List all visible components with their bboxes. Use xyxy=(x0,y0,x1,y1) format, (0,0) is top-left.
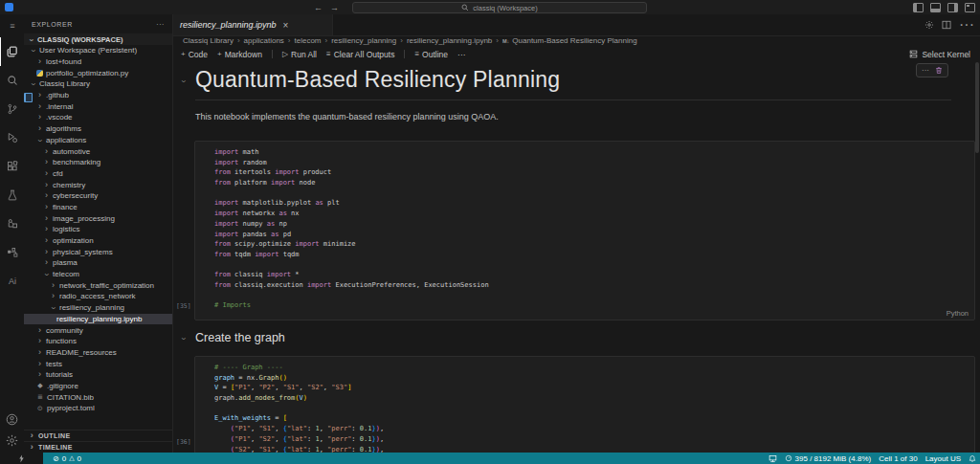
select-kernel-button[interactable]: Select Kernel xyxy=(909,46,970,62)
add-markdown-cell-button[interactable]: + Markdown xyxy=(217,50,262,59)
breadcrumb-item[interactable]: M↓Quantum-Based Resiliency Planning xyxy=(502,36,637,45)
tree-item-functions[interactable]: ›functions xyxy=(24,336,172,347)
tree-item-citation-bib[interactable]: ≣CITATION.bib xyxy=(24,391,172,403)
tree-item-community[interactable]: ›community xyxy=(24,324,172,336)
tree-item-portfolio-optimization-py[interactable]: portfolio_optimization.py xyxy=(24,67,172,78)
tree-item-cfd[interactable]: ›cfd xyxy=(24,168,172,180)
outline-panel-header[interactable]: › OUTLINE xyxy=(24,430,172,441)
command-center-search[interactable]: classiq (Workspace) xyxy=(352,2,647,13)
tree-item-user-workspace-persistent-[interactable]: ›User Workspace (Persistent) xyxy=(24,45,172,56)
breadcrumb-item[interactable]: Classiq Library xyxy=(183,36,234,45)
breadcrumb-separator-icon: › xyxy=(496,36,499,45)
tree-item-optimization[interactable]: ›optimization xyxy=(24,235,172,247)
tree-item-physical-systems[interactable]: ›physical_systems xyxy=(24,246,172,257)
tab-resiliency-planning[interactable]: resiliency_planning.ipynb × xyxy=(173,14,333,35)
collapse-title-icon[interactable]: › xyxy=(179,80,189,83)
tree-item-finance[interactable]: ›finance xyxy=(24,202,172,213)
clear-all-outputs-button[interactable]: ≡ Clear All Outputs xyxy=(326,50,394,59)
tree-item-readme-resources[interactable]: ›README_resources xyxy=(24,347,172,359)
tree-item-image-processing[interactable]: ›image_processing xyxy=(24,212,172,224)
notifications-bell-icon[interactable] xyxy=(969,454,976,463)
breadcrumb-item[interactable]: resiliency_planning xyxy=(331,36,396,45)
tree-item-benchmarking[interactable]: ›benchmarking xyxy=(24,157,172,168)
settings-gear-icon[interactable] xyxy=(6,434,18,447)
remote-host-icon[interactable] xyxy=(768,454,777,463)
extensions-icon[interactable] xyxy=(0,152,24,181)
memory-usage[interactable]: 395 / 8192 MiB (4.8%) xyxy=(785,454,872,463)
tree-item-label: functions xyxy=(46,337,77,345)
workspace-section[interactable]: › CLASSIQ (WORKSPACE) xyxy=(24,33,172,45)
tree-item-applications[interactable]: ›applications xyxy=(24,135,172,146)
tree-item-network-traffic-optimization[interactable]: ›network_traffic_optimization xyxy=(24,279,172,291)
problems-indicator[interactable]: ⊘ 0 △ 0 xyxy=(53,454,81,463)
containers-icon[interactable] xyxy=(0,238,24,267)
chevron-down-icon: › xyxy=(42,272,51,278)
close-tab-icon[interactable]: × xyxy=(283,20,289,31)
tree-item-resiliency-planning[interactable]: ›resiliency_planning xyxy=(24,302,172,314)
customize-layout-icon[interactable] xyxy=(965,3,975,12)
toolbar-more-icon[interactable]: ··· xyxy=(457,50,466,59)
execution-count: [36] xyxy=(176,438,191,446)
breadcrumb-item[interactable]: applications xyxy=(244,36,284,45)
tree-item-label: finance xyxy=(53,203,78,211)
python-file-icon xyxy=(36,70,43,77)
breadcrumb-item[interactable]: telecom xyxy=(295,36,322,45)
code-editor[interactable]: import mathimport randomfrom itertools i… xyxy=(195,142,974,311)
tree-item-label: optimization xyxy=(53,236,94,245)
quantum-apps-icon[interactable] xyxy=(0,210,24,238)
toggle-sidebar-icon[interactable] xyxy=(913,3,924,12)
outline-button[interactable]: ≡ Outline xyxy=(414,50,448,59)
keyboard-layout-indicator[interactable]: Layout US xyxy=(925,454,961,463)
cell-language-label[interactable]: Python xyxy=(947,309,969,318)
menu-icon[interactable]: ≡ xyxy=(0,14,24,37)
run-debug-icon[interactable] xyxy=(0,123,24,152)
collapse-section-icon[interactable]: › xyxy=(179,338,189,341)
toggle-secondary-sidebar-icon[interactable] xyxy=(947,3,958,12)
breadcrumb-item[interactable]: resiliency_planning.ipynb xyxy=(407,36,492,45)
breadcrumb-separator-icon: › xyxy=(288,36,291,45)
search-view-icon[interactable] xyxy=(0,66,24,95)
tree-item-automotive[interactable]: ›automotive xyxy=(24,145,172,157)
tree-item-tutorials[interactable]: ›tutorials xyxy=(24,369,172,381)
tree-item-tests[interactable]: ›tests xyxy=(24,358,172,369)
accounts-icon[interactable] xyxy=(6,413,18,426)
tree-item-classiq-library[interactable]: ›Classiq Library xyxy=(24,78,172,90)
tree-item--internal[interactable]: ›.internal xyxy=(24,100,172,112)
app-logo-icon[interactable] xyxy=(5,3,13,11)
tree-item-radio-access-network[interactable]: ›radio_access_network xyxy=(24,291,172,302)
split-editor-icon[interactable] xyxy=(942,20,951,30)
kernel-icon xyxy=(909,50,918,58)
notebook-settings-icon[interactable] xyxy=(924,20,934,30)
editor-more-actions-icon[interactable]: ··· xyxy=(959,16,974,33)
explorer-more-icon[interactable]: ··· xyxy=(156,21,165,28)
tree-item-logistics[interactable]: ›logistics xyxy=(24,224,172,235)
tree-item-chemistry[interactable]: ›chemistry xyxy=(24,179,172,190)
tree-item-algorithms[interactable]: ›algorithms xyxy=(24,123,172,135)
notebook-toolbar: + Code + Markdown ▷ Run All ≡ Clear All … xyxy=(173,46,980,63)
tree-item-pyproject-toml[interactable]: ⊙pyproject.toml xyxy=(24,403,172,414)
code-editor[interactable]: # ---- Graph ----graph = nx.Graph()V = [… xyxy=(195,357,974,453)
tree-item-cybersecurity[interactable]: ›cybersecurity xyxy=(24,190,172,202)
ai-icon[interactable]: Ai xyxy=(0,267,24,296)
timeline-panel-header[interactable]: › TIMELINE xyxy=(24,441,172,453)
run-all-button[interactable]: ▷ Run All xyxy=(282,50,317,59)
tree-item-plasma[interactable]: ›plasma xyxy=(24,257,172,269)
testing-icon[interactable] xyxy=(0,181,24,210)
cell-position-indicator[interactable]: Cell 1 of 30 xyxy=(879,454,917,463)
nav-back-icon[interactable]: ← xyxy=(314,3,323,12)
tree-item--github[interactable]: ›.github xyxy=(24,90,172,101)
explorer-icon[interactable] xyxy=(0,37,24,66)
source-control-icon[interactable] xyxy=(0,95,24,123)
tree-item-label: plasma xyxy=(53,258,78,267)
tree-item-lost-found[interactable]: ›lost+found xyxy=(24,56,172,68)
tree-item--vscode[interactable]: ›.vscode xyxy=(24,112,172,123)
tree-item-resiliency-planning-ipynb[interactable]: resiliency_planning.ipynb xyxy=(24,314,172,325)
tree-item-telecom[interactable]: ›telecom xyxy=(24,269,172,280)
notebook-scrollbar[interactable] xyxy=(975,62,979,153)
nav-forward-icon[interactable]: → xyxy=(330,3,339,12)
tree-item--gitignore[interactable]: ◆.gitignore xyxy=(24,381,172,392)
tree-item-label: radio_access_network xyxy=(59,292,136,300)
remote-indicator[interactable] xyxy=(0,453,43,464)
toggle-panel-icon[interactable] xyxy=(930,3,941,12)
add-code-cell-button[interactable]: + Code xyxy=(181,50,208,59)
